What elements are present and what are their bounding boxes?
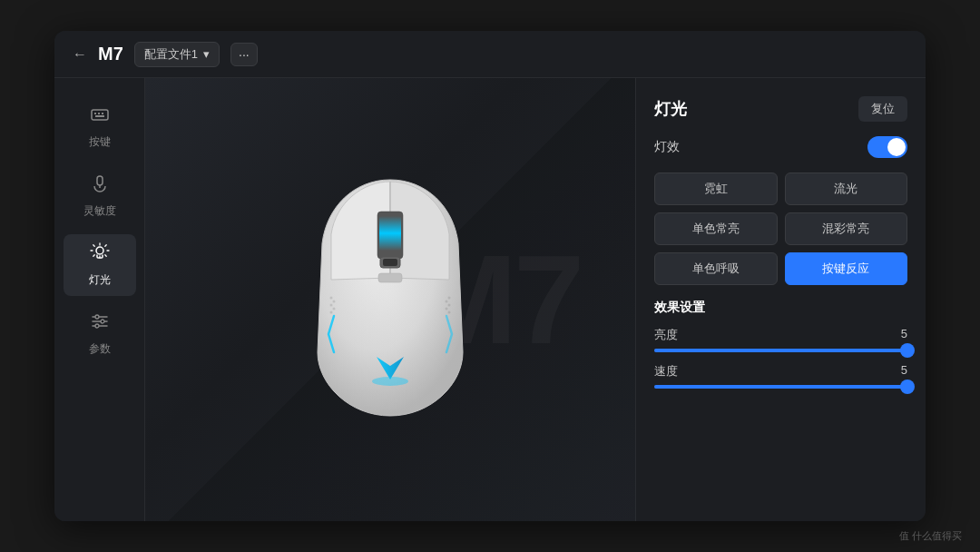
- svg-point-27: [448, 304, 451, 307]
- speed-thumb[interactable]: [900, 380, 915, 394]
- brightness-value: 5: [901, 327, 907, 343]
- effect-toggle-label: 灯效: [654, 139, 680, 155]
- sensitivity-icon: [90, 173, 110, 198]
- sidebar-item-keys[interactable]: 按键: [64, 96, 136, 158]
- panel-title: 灯光: [654, 98, 687, 120]
- mouse-display: M7: [145, 78, 635, 521]
- device-name: M7: [98, 44, 123, 64]
- title-bar: ← M7 配置文件1 ▾ ···: [54, 31, 926, 78]
- main-content: 按键 灵敏度: [54, 78, 926, 521]
- brightness-label: 亮度: [654, 327, 678, 343]
- brightness-slider-row: 亮度 5: [654, 327, 907, 352]
- svg-point-11: [95, 315, 99, 319]
- panel-header: 灯光 复位: [654, 96, 907, 122]
- speed-fill: [654, 385, 907, 389]
- svg-point-23: [330, 311, 333, 314]
- mouse-image: [299, 171, 481, 429]
- params-label: 参数: [89, 341, 111, 357]
- chevron-down-icon: ▾: [203, 47, 210, 61]
- speed-track[interactable]: [654, 385, 907, 389]
- svg-point-28: [448, 311, 451, 314]
- svg-point-25: [333, 308, 336, 310]
- params-icon: [90, 311, 110, 336]
- settings-section: 效果设置 亮度 5 速度: [654, 300, 907, 399]
- svg-rect-4: [95, 115, 104, 117]
- svg-rect-18: [383, 259, 397, 266]
- effect-btn-solid[interactable]: 单色常亮: [654, 212, 778, 245]
- effect-btn-flow[interactable]: 流光: [785, 172, 908, 205]
- lighting-label: 灯光: [89, 272, 111, 288]
- svg-rect-1: [94, 113, 96, 114]
- svg-point-29: [446, 301, 448, 303]
- sensitivity-label: 灵敏度: [83, 203, 116, 219]
- brightness-track[interactable]: [654, 349, 907, 352]
- svg-rect-3: [102, 113, 103, 114]
- sidebar-item-params[interactable]: 参数: [64, 303, 136, 365]
- svg-point-21: [330, 297, 333, 300]
- sidebar-item-lighting[interactable]: 灯光: [64, 234, 136, 296]
- svg-rect-19: [378, 273, 402, 282]
- speed-slider-row: 速度 5: [654, 363, 907, 389]
- svg-point-26: [448, 297, 451, 300]
- svg-rect-16: [379, 216, 401, 251]
- effect-btn-keyreact[interactable]: 按键反应: [785, 252, 908, 285]
- svg-rect-5: [97, 176, 103, 185]
- sidebar: 按键 灵敏度: [54, 78, 145, 521]
- speed-value: 5: [901, 363, 907, 380]
- lighting-icon: [90, 242, 110, 267]
- back-button[interactable]: ←: [73, 46, 87, 63]
- svg-rect-2: [98, 113, 100, 114]
- svg-point-22: [330, 304, 333, 307]
- config-label: 配置文件1: [144, 46, 198, 63]
- sidebar-item-sensitivity[interactable]: 灵敏度: [64, 165, 136, 227]
- effect-btn-rainbow[interactable]: 混彩常亮: [785, 212, 908, 245]
- svg-point-13: [95, 324, 99, 328]
- keys-label: 按键: [89, 134, 111, 150]
- svg-point-12: [101, 320, 104, 323]
- settings-title: 效果设置: [654, 300, 907, 316]
- config-dropdown[interactable]: 配置文件1 ▾: [134, 42, 220, 67]
- reset-button[interactable]: 复位: [858, 96, 907, 122]
- svg-point-24: [333, 301, 336, 303]
- watermark: 值 什么值得买: [899, 529, 962, 543]
- right-panel: 灯光 复位 灯效 霓虹 流光 单色常亮 混彩常亮 单色呼吸 按键反应 效果设置: [635, 78, 926, 521]
- brightness-fill: [654, 349, 907, 352]
- svg-point-30: [446, 308, 448, 310]
- svg-point-7: [96, 247, 103, 254]
- effects-grid: 霓虹 流光 单色常亮 混彩常亮 单色呼吸 按键反应: [654, 172, 907, 285]
- speed-label: 速度: [654, 363, 678, 380]
- brightness-thumb[interactable]: [900, 343, 915, 358]
- more-button[interactable]: ···: [230, 43, 258, 66]
- svg-point-20: [372, 377, 408, 386]
- effect-btn-breathe[interactable]: 单色呼吸: [654, 252, 778, 285]
- app-window: ← M7 配置文件1 ▾ ··· 按键: [54, 31, 926, 521]
- effect-btn-neon[interactable]: 霓虹: [654, 172, 778, 205]
- svg-rect-0: [92, 110, 108, 120]
- keys-icon: [90, 104, 110, 129]
- effect-toggle[interactable]: [867, 136, 907, 158]
- effect-toggle-row: 灯效: [654, 136, 907, 158]
